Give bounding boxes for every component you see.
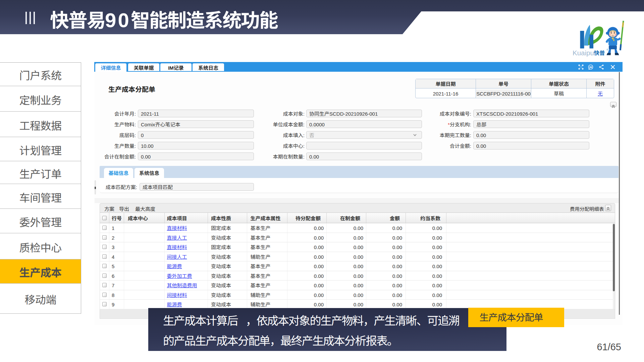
svg-text:®: ® [606,48,608,51]
svg-text:Kuaipu: Kuaipu [573,49,594,57]
svg-text:快普: 快普 [594,49,605,57]
svg-text:IM: IM [589,66,592,69]
